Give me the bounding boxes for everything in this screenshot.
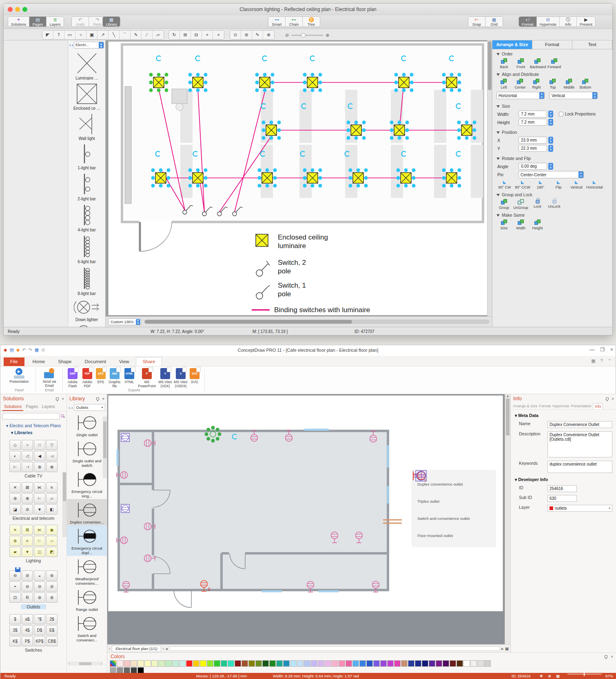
rotate-flip-button[interactable]: Horizontal xyxy=(586,180,603,189)
color-swatch[interactable] xyxy=(137,660,144,667)
zoom-slider[interactable]: ⊖⊕ xyxy=(285,33,334,38)
library-item-emergency-duplex[interactable]: Emergency circuit dupl... xyxy=(67,525,107,556)
color-swatch[interactable] xyxy=(117,667,123,673)
color-swatch[interactable] xyxy=(346,660,352,667)
unlock-button[interactable]: UnLock xyxy=(547,199,562,210)
maximize-button[interactable]: ❐ xyxy=(600,347,605,353)
color-swatch[interactable] xyxy=(276,660,283,667)
export-button[interactable]: V MS Visio (VDX) xyxy=(158,368,173,388)
library-thumb[interactable]: ○ xyxy=(22,440,33,450)
library-thumb[interactable]: ⊠ xyxy=(22,482,33,493)
distribute-horizontal-select[interactable]: Horizontal▲▼ xyxy=(496,92,545,99)
library-thumb[interactable]: ▼ xyxy=(22,547,33,557)
multicolor-swatch[interactable] xyxy=(110,660,116,667)
page-hscrollbar[interactable] xyxy=(169,646,500,651)
lock-proportions-checkbox[interactable]: Lock Proportions xyxy=(559,112,596,116)
export-button[interactable]: PDF Adobe PDF xyxy=(80,368,94,388)
color-swatch[interactable] xyxy=(332,660,338,667)
library-item-range-outlet[interactable]: Range outlet xyxy=(67,586,107,612)
color-swatch[interactable] xyxy=(228,660,234,667)
tool-button[interactable]: ⌒ xyxy=(120,31,131,39)
smart-button[interactable]: ⊶Smart xyxy=(268,17,286,27)
layers-tab[interactable]: Layers xyxy=(40,403,57,411)
tab-file[interactable]: File xyxy=(4,357,24,366)
color-swatch[interactable] xyxy=(325,660,331,667)
tool-button[interactable]: ▣ xyxy=(86,31,97,39)
library-thumb[interactable]: ⊢ xyxy=(34,493,45,504)
info-button[interactable]: ⓘInfo xyxy=(560,17,577,27)
export-button[interactable]: IMG Graphic file xyxy=(107,368,122,388)
library-thumb[interactable]: ◩ xyxy=(46,547,58,557)
rotate-flip-button[interactable]: Vertical xyxy=(568,180,585,189)
library-thumb[interactable]: ⊘ xyxy=(46,581,58,592)
library-thumb[interactable]: ⊗ xyxy=(22,493,33,504)
color-swatch[interactable] xyxy=(359,660,366,667)
library-thumb[interactable]: ⋉ xyxy=(34,482,45,493)
close-icon[interactable]: × xyxy=(62,397,64,401)
canvas-vscrollbar[interactable]: ▲ xyxy=(505,394,510,644)
library-thumb[interactable]: ⊜ xyxy=(34,592,45,603)
library-thumb[interactable]: ⊖ xyxy=(34,581,45,592)
color-swatch[interactable] xyxy=(422,660,428,667)
color-swatch[interactable] xyxy=(297,660,304,667)
name-input[interactable]: Duplex Convenience Outlet xyxy=(547,421,612,428)
library-thumb[interactable]: ◁ xyxy=(22,451,33,461)
color-swatch[interactable] xyxy=(255,660,262,667)
library-thumb[interactable]: ◀ xyxy=(34,451,45,461)
color-swatch[interactable] xyxy=(380,660,387,667)
tool-button[interactable]: ↻ xyxy=(169,31,180,39)
tree-button[interactable]: ♊Tree xyxy=(303,17,320,27)
export-button[interactable]: V MS Visio (VSDX) xyxy=(173,368,188,388)
library-thumb[interactable]: ◫ xyxy=(34,547,45,557)
solutions-tab[interactable]: Solutions xyxy=(2,403,23,411)
library-thumb[interactable]: ≡ xyxy=(22,536,33,546)
color-swatch[interactable] xyxy=(124,660,130,667)
color-swatch[interactable] xyxy=(436,660,442,667)
library-thumb[interactable]: D$ xyxy=(34,625,45,635)
color-swatch[interactable] xyxy=(262,660,269,667)
color-swatch[interactable] xyxy=(415,660,421,667)
color-swatch[interactable] xyxy=(235,660,241,667)
align-button[interactable]: Bottom xyxy=(578,79,593,89)
layer-select[interactable]: outlets ▾ xyxy=(547,505,612,512)
y-input[interactable]: 22.3 mm xyxy=(519,145,547,152)
tool-button[interactable]: ⊙ xyxy=(230,31,241,39)
color-swatch[interactable] xyxy=(137,667,144,673)
info-tab-info[interactable]: Info xyxy=(593,403,603,409)
library-item-luminaire[interactable]: Luminaire ... xyxy=(68,49,105,80)
library-thumb[interactable]: ⊗ xyxy=(46,462,58,472)
scroll-right-icon[interactable]: ▸ xyxy=(501,646,503,651)
library-button[interactable]: ▦Library xyxy=(103,17,120,27)
zoom-slider[interactable] xyxy=(567,674,602,675)
color-swatch[interactable] xyxy=(172,660,179,667)
color-swatch[interactable] xyxy=(242,660,248,667)
library-thumb[interactable]: K$ xyxy=(9,636,21,646)
pan-icon[interactable]: ✥ xyxy=(540,674,543,678)
library-thumb[interactable]: ⋉ xyxy=(34,525,45,535)
info-tab-presentation[interactable]: Presentation xyxy=(571,403,592,409)
library-item-switch-convenience[interactable]: Switch and convenien... xyxy=(67,612,107,643)
layout-icon[interactable]: ▦ xyxy=(591,358,595,364)
library-thumb[interactable]: ◓ xyxy=(9,581,21,592)
library-vscrollbar[interactable] xyxy=(103,417,107,478)
tab-home[interactable]: Home xyxy=(26,357,52,366)
library-forward-icon[interactable]: › xyxy=(71,405,73,410)
color-swatch[interactable] xyxy=(311,660,317,667)
align-button[interactable]: Middle xyxy=(562,79,576,89)
ungroup-button[interactable]: UnGroup xyxy=(513,199,528,210)
align-button[interactable]: Center xyxy=(513,79,527,89)
grid-button[interactable]: ▦Grid xyxy=(485,17,503,27)
close-icon[interactable]: × xyxy=(611,655,613,659)
solutions-search-input[interactable] xyxy=(2,413,60,419)
save-library-icon[interactable] xyxy=(15,567,20,572)
color-swatch[interactable] xyxy=(214,660,220,667)
pin-icon[interactable] xyxy=(606,397,609,400)
library-item-down-lighter[interactable]: Down lighter xyxy=(68,296,105,322)
win-canvas[interactable]: S Duplex convenience outlet Triplex outl… xyxy=(107,394,510,644)
export-button[interactable]: P MS PowerPoint xyxy=(137,368,157,388)
tool-button[interactable]: ▭ xyxy=(64,31,75,39)
developer-info-header[interactable]: ▾ Developer Info xyxy=(515,477,612,482)
info-tab-arrange[interactable]: Arrange & Size xyxy=(512,403,538,409)
library-back-icon[interactable]: ‹ xyxy=(69,405,70,410)
library-thumb[interactable]: ⊘ xyxy=(22,504,33,515)
